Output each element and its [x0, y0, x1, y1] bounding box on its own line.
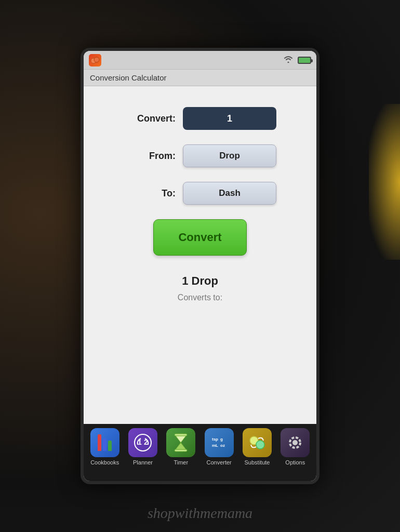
convert-input[interactable]: 1	[183, 107, 276, 130]
substitute-label: Substitute	[245, 459, 270, 466]
convert-row: Convert: 1	[94, 107, 306, 130]
app-title: Conversion Calculator	[90, 73, 167, 82]
planner-icon: 1 2	[128, 428, 157, 457]
from-label: From:	[124, 151, 176, 162]
tab-substitute[interactable]: Substitute	[239, 428, 275, 466]
result-section: 1 Drop Converts to:	[178, 274, 222, 302]
tab-cookbooks[interactable]: Cookbooks	[87, 428, 123, 466]
timer-label: Timer	[174, 459, 188, 466]
options-label: Options	[285, 459, 305, 466]
status-icons	[283, 55, 311, 65]
tab-timer[interactable]: Timer	[163, 428, 198, 466]
title-bar: Conversion Calculator	[84, 70, 316, 86]
svg-point-1	[94, 57, 99, 62]
convert-label: Convert:	[124, 113, 176, 124]
watermark: shopwithmemama	[148, 505, 252, 522]
main-content: Convert: 1 From: Drop To: Dash	[84, 86, 316, 424]
svg-point-13	[292, 440, 298, 445]
svg-text:g: g	[220, 437, 223, 442]
cookbooks-icon	[90, 428, 119, 457]
app-icon	[89, 54, 101, 66]
battery-icon	[298, 57, 311, 64]
svg-point-12	[256, 441, 264, 449]
result-value: 1 Drop	[182, 274, 218, 288]
tab-bar: Cookbooks 1 2 Planner	[84, 424, 316, 481]
svg-rect-6	[175, 449, 187, 451]
svg-text:tsp: tsp	[212, 437, 218, 442]
svg-text:mL: mL	[212, 443, 218, 448]
to-row: To: Dash	[94, 182, 306, 205]
tab-planner[interactable]: 1 2 Planner	[125, 428, 161, 466]
svg-rect-5	[175, 434, 187, 436]
cookbooks-label: Cookbooks	[90, 459, 119, 466]
to-dropdown[interactable]: Dash	[183, 182, 276, 205]
from-row: From: Drop	[94, 144, 306, 167]
result-label: Converts to:	[178, 293, 222, 302]
tab-converter[interactable]: tsp g mL oz Converter	[202, 428, 237, 466]
status-bar-left	[89, 54, 101, 66]
svg-text:oz: oz	[220, 443, 225, 448]
converter-label: Converter	[206, 459, 231, 466]
wifi-icon	[283, 55, 294, 65]
device-screen: Conversion Calculator Convert: 1 From: D…	[84, 51, 316, 481]
status-bar	[84, 51, 316, 70]
convert-button[interactable]: Convert	[153, 219, 247, 256]
timer-icon	[166, 428, 195, 457]
substitute-icon	[243, 428, 272, 457]
from-dropdown[interactable]: Drop	[183, 144, 276, 167]
converter-icon: tsp g mL oz	[205, 428, 234, 457]
to-label: To:	[124, 188, 176, 199]
planner-label: Planner	[133, 459, 153, 466]
tab-options[interactable]: Options	[277, 428, 313, 466]
device-frame: Conversion Calculator Convert: 1 From: D…	[81, 48, 319, 484]
options-icon	[281, 428, 310, 457]
